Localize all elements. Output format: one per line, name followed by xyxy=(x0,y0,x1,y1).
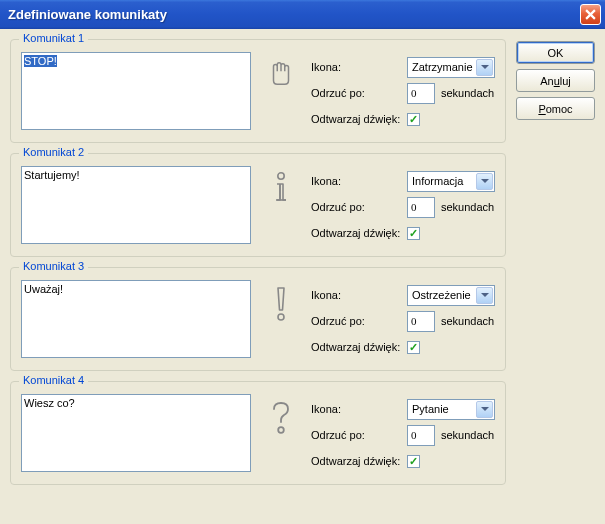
ok-button[interactable]: OK xyxy=(516,41,595,64)
dismiss-label: Odrzuć po: xyxy=(311,315,401,327)
svg-point-1 xyxy=(278,314,284,320)
chevron-down-icon xyxy=(476,173,493,190)
icon-label: Ikona: xyxy=(311,289,401,301)
icon-select[interactable]: Ostrzeżenie xyxy=(407,285,495,306)
seconds-label: sekundach xyxy=(441,201,494,213)
dismiss-input[interactable] xyxy=(407,197,435,218)
icon-label: Ikona: xyxy=(311,61,401,73)
sound-label: Odtwarzaj dźwięk: xyxy=(311,341,401,353)
sound-checkbox[interactable] xyxy=(407,227,420,240)
seconds-label: sekundach xyxy=(441,87,494,99)
chevron-down-icon xyxy=(476,401,493,418)
sound-label: Odtwarzaj dźwięk: xyxy=(311,113,401,125)
chevron-down-icon xyxy=(476,287,493,304)
chevron-down-icon xyxy=(476,59,493,76)
exclaim-icon xyxy=(261,280,301,358)
dismiss-label: Odrzuć po: xyxy=(311,201,401,213)
icon-label: Ikona: xyxy=(311,175,401,187)
icon-select[interactable]: Informacja xyxy=(407,171,495,192)
dismiss-label: Odrzuć po: xyxy=(311,429,401,441)
titlebar: Zdefiniowane komunikaty xyxy=(0,0,605,29)
window-title: Zdefiniowane komunikaty xyxy=(8,7,167,22)
dismiss-input[interactable] xyxy=(407,311,435,332)
seconds-label: sekundach xyxy=(441,429,494,441)
sound-label: Odtwarzaj dźwięk: xyxy=(311,227,401,239)
cancel-button[interactable]: Anuluj xyxy=(516,69,595,92)
group-legend: Komunikat 1 xyxy=(19,32,88,44)
message-group: Komunikat 2Startujemy!Ikona:InformacjaOd… xyxy=(10,153,506,257)
dismiss-input[interactable] xyxy=(407,83,435,104)
sound-checkbox[interactable] xyxy=(407,455,420,468)
seconds-label: sekundach xyxy=(441,315,494,327)
question-icon xyxy=(261,394,301,472)
group-legend: Komunikat 2 xyxy=(19,146,88,158)
message-group: Komunikat 3Uważaj!Ikona:OstrzeżenieOdrzu… xyxy=(10,267,506,371)
dismiss-input[interactable] xyxy=(407,425,435,446)
group-legend: Komunikat 4 xyxy=(19,374,88,386)
icon-label: Ikona: xyxy=(311,403,401,415)
message-textarea[interactable]: Uważaj! xyxy=(21,280,251,358)
message-text-selected: STOP! xyxy=(24,55,57,67)
svg-point-0 xyxy=(278,173,284,179)
sound-checkbox[interactable] xyxy=(407,113,420,126)
svg-point-2 xyxy=(278,427,284,433)
sound-label: Odtwarzaj dźwięk: xyxy=(311,455,401,467)
close-icon xyxy=(585,9,596,20)
message-group: Komunikat 1STOP!Ikona:ZatrzymanieOdrzuć … xyxy=(10,39,506,143)
message-textarea[interactable]: Startujemy! xyxy=(21,166,251,244)
close-button[interactable] xyxy=(580,4,601,25)
hand-icon xyxy=(261,52,301,130)
sound-checkbox[interactable] xyxy=(407,341,420,354)
info-icon xyxy=(261,166,301,244)
icon-select[interactable]: Pytanie xyxy=(407,399,495,420)
icon-select[interactable]: Zatrzymanie xyxy=(407,57,495,78)
message-group: Komunikat 4Wiesz co?Ikona:PytanieOdrzuć … xyxy=(10,381,506,485)
dismiss-label: Odrzuć po: xyxy=(311,87,401,99)
message-textarea[interactable]: Wiesz co? xyxy=(21,394,251,472)
group-legend: Komunikat 3 xyxy=(19,260,88,272)
help-button[interactable]: Pomoc xyxy=(516,97,595,120)
